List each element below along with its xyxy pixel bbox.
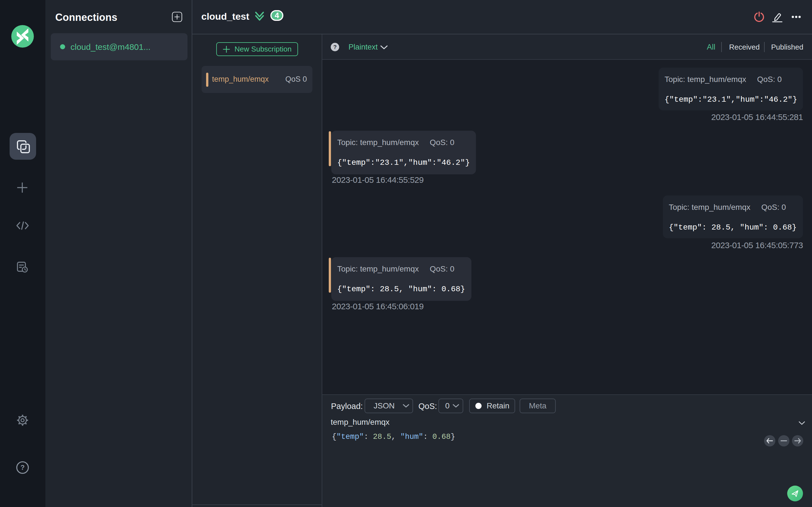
svg-text:?: ? xyxy=(20,464,25,471)
